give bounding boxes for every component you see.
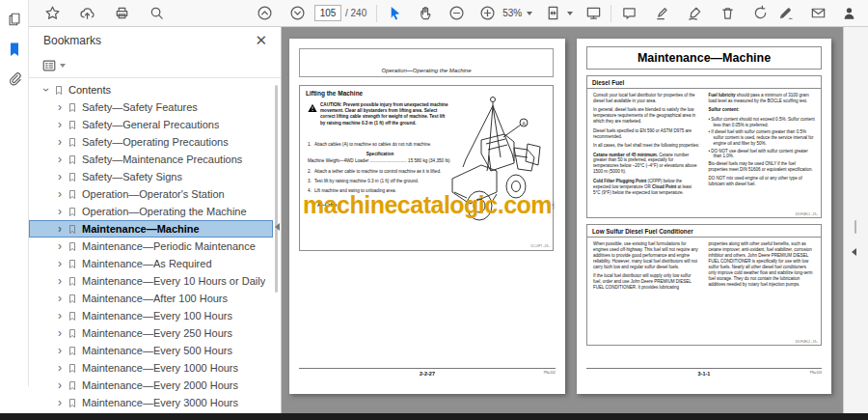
pane-drag-handle[interactable] [854,220,856,234]
chevron-right-icon[interactable]: › [54,310,66,322]
bookmark-item[interactable]: ›Maintenance—Periodic Maintenance [29,238,273,255]
zoom-out-icon[interactable] [445,2,468,25]
bookmark-item[interactable]: ›Safety—General Precautions [29,116,273,133]
bookmark-item[interactable]: ›Maintenance—Every 100 Hours [29,307,273,324]
chevron-right-icon[interactable]: › [54,206,66,217]
bookmark-icon [68,207,77,217]
paragraph: DO NOT mix used engine oil or any other … [709,176,816,187]
reading-mode-icon[interactable] [582,2,605,25]
page-number-input[interactable] [314,5,341,21]
bookmark-item[interactable]: ›Safety—Safety Signs [29,168,273,185]
chapter-title-box: Maintenance—Machine [586,46,822,70]
paragraph: Diesel fuels specified to EN 590 or ASTM… [593,128,700,140]
attachments-icon[interactable] [3,69,26,90]
bookmark-item[interactable]: ›Maintenance—As Required [29,255,273,272]
chevron-right-icon[interactable]: › [54,327,66,339]
chevron-right-icon[interactable]: › [54,275,66,287]
chevron-right-icon[interactable]: › [54,362,66,374]
account-icon[interactable] [837,2,860,25]
zoom-in-icon[interactable] [475,2,499,25]
delete-icon[interactable] [716,2,739,25]
bookmark-item[interactable]: ›Operation—Operator's Station [29,185,273,203]
bookmark-item[interactable]: ›Operation—Operating the Machine [29,203,273,220]
chevron-right-icon[interactable]: › [54,188,66,200]
chevron-right-icon[interactable]: › [54,240,66,252]
chevron-right-icon[interactable]: › [54,171,66,182]
close-icon[interactable]: ✕ [251,31,271,49]
email-icon[interactable] [806,2,829,25]
chevron-right-icon[interactable]: › [54,258,66,269]
bookmark-item[interactable]: ›Maintenance—Machine [29,220,273,238]
page-up-icon[interactable] [253,2,276,25]
paragraph: Bio-diesel fuels may be used ONLY if the… [709,161,816,173]
paragraph: • DO NOT use diesel fuel with sulfur con… [709,149,816,160]
chevron-right-icon[interactable]: › [54,136,66,148]
bookmark-item[interactable]: ›Maintenance—Every 2000 Hours [29,377,273,394]
paragraph: In general, diesel fuels are blended to … [593,107,700,125]
print-icon[interactable] [110,2,133,25]
document-canvas[interactable]: Operation—Operating the Machine Lifting … [282,27,843,413]
collapse-panel-arrow-icon[interactable] [275,223,280,231]
chevron-right-icon[interactable]: › [54,345,66,356]
chevron-right-icon[interactable]: › [54,154,66,165]
spec-line: Machine Weight—4WD Loader ..............… [308,158,452,164]
search-icon[interactable] [145,2,168,25]
chevron-down-icon[interactable]: › [41,84,52,96]
fit-dropdown-caret[interactable] [567,12,573,15]
comment-icon[interactable] [617,2,640,25]
chevron-right-icon[interactable]: › [54,379,66,391]
bookmarks-panel-icon[interactable] [3,39,26,60]
fill-sign-icon[interactable] [773,2,797,25]
bookmark-item[interactable]: ›Maintenance—Every 500 Hours [29,342,273,359]
paragraph: Sulfur content: [709,107,816,113]
bookmark-item[interactable]: ›Safety—Maintenance Precautions [29,151,273,168]
chevron-right-icon[interactable]: › [54,293,66,304]
spec-label: Specification [308,152,452,157]
chevron-right-icon[interactable]: › [54,223,66,235]
bookmark-icon [68,259,77,269]
toolbar: / 240 53% [0,0,868,27]
bookmark-item-label: Safety—Operating Precautions [82,136,229,148]
fit-page-icon[interactable] [541,2,564,25]
bookmark-item-label: Maintenance—Periodic Maintenance [82,240,256,252]
highlight-icon[interactable] [650,2,673,25]
rotate-icon[interactable] [748,2,772,25]
bookmark-item[interactable]: ›Maintenance—Every 250 Hours [29,324,273,342]
bookmark-icon [68,311,77,322]
page-footer: 3-1-1 PN=103 [586,368,822,377]
paragraph: Cold Filter Plugging Point (CFPP) below … [593,179,700,196]
bookmark-icon [68,189,77,200]
bookmark-item[interactable]: ›Safety—Safety Features [29,98,273,116]
hand-tool-icon[interactable] [414,2,437,25]
expand-tools-arrow-icon[interactable] [852,248,856,256]
bookmarks-panel-title: Bookmarks [43,34,251,47]
star-icon[interactable] [41,2,64,25]
procedure-step: 1.Attach cables (A) to machine so cables… [308,142,452,148]
page-down-icon[interactable] [285,2,309,25]
bookmark-root-item[interactable]: › Contents [29,81,273,98]
chevron-right-icon[interactable]: › [54,397,66,408]
bookmarks-scrollbar[interactable] [275,85,278,293]
chevron-right-icon[interactable]: › [54,101,66,113]
chevron-right-icon[interactable]: › [54,119,66,130]
bookmark-item[interactable]: ›Maintenance—Every 10 Hours or Daily [29,272,273,290]
section-title: Low Sulfur Diesel Fuel Conditioner [587,225,821,238]
cloud-upload-icon[interactable] [75,2,98,25]
page-thumbnails-icon[interactable] [3,9,26,30]
bookmark-item[interactable]: ›Maintenance—Every 1000 Hours [29,359,273,377]
zoom-dropdown-caret[interactable] [527,12,532,15]
select-tool-icon[interactable] [383,2,406,25]
bookmark-options-icon[interactable] [41,56,68,75]
bookmark-item-label: Safety—Safety Features [82,101,198,113]
page-right: Maintenance—Machine Diesel Fuel Consult … [577,39,831,394]
bookmark-item[interactable]: ›Maintenance—Every 3000 Hours [29,394,273,411]
procedure-step: 3.Test lift by raising machine 0.3 m (1 … [308,179,452,184]
bookmark-icon [68,102,77,113]
bookmark-item[interactable]: ›Safety—Operating Precautions [29,133,273,151]
bookmark-item-label: Safety—Maintenance Precautions [82,154,242,165]
bookmark-item[interactable]: ›Maintenance—After 100 Hours [29,290,273,307]
section-title: Diesel Fuel [587,76,821,89]
zoom-level-label[interactable]: 53% [502,8,522,18]
bookmark-icon [68,294,77,304]
sign-icon[interactable] [683,2,706,25]
